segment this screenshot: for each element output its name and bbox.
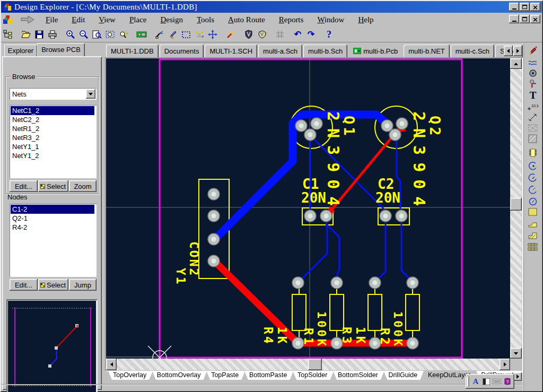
layer-tab[interactable]: TopSolder <box>293 371 334 380</box>
layer-tab[interactable]: BottomOverlay <box>152 371 207 380</box>
menu-edit[interactable]: Edit <box>65 14 92 26</box>
component-comment-r1[interactable]: 100K <box>316 311 327 348</box>
arc-by-edge-icon[interactable] <box>527 161 539 172</box>
browse-mode-dropdown[interactable]: Nets <box>10 88 97 100</box>
zoom-window-icon[interactable] <box>90 28 103 41</box>
traces-top[interactable] <box>214 125 414 343</box>
place-pad-icon[interactable] <box>527 79 539 89</box>
component-designator-r1[interactable]: R1 <box>302 328 314 347</box>
place-rectangle-icon[interactable] <box>527 207 539 217</box>
minimize-button[interactable] <box>509 3 519 11</box>
browse-component-icon[interactable] <box>135 28 148 41</box>
wizard-icon[interactable] <box>224 28 237 41</box>
traces-bottom[interactable] <box>298 135 413 283</box>
panel-toggle-icon[interactable] <box>481 376 492 387</box>
list-item-net[interactable]: NetR1_2 <box>11 124 97 133</box>
pad-array-icon[interactable] <box>527 242 539 252</box>
node-select-button[interactable]: Select <box>38 279 68 291</box>
text-a-icon[interactable]: A <box>470 376 481 387</box>
mdi-minimize-button[interactable] <box>509 15 519 23</box>
node-list[interactable]: C1-2 Q2-1 R4-2 <box>10 204 97 277</box>
list-item-net[interactable]: NetC2_2 <box>11 115 97 124</box>
save-icon[interactable] <box>32 28 46 41</box>
help-icon[interactable]: ? <box>322 28 336 41</box>
component-designator-r2[interactable]: R2 <box>379 328 391 347</box>
menu-view[interactable]: View <box>92 14 122 26</box>
place-string-icon[interactable]: T <box>527 90 539 101</box>
shield-front-icon[interactable] <box>242 28 255 41</box>
scroll-up-button[interactable] <box>510 58 522 69</box>
list-item-net[interactable]: NetY1_2 <box>11 151 97 160</box>
component-comment-c1[interactable]: 20N <box>301 191 326 205</box>
menu-reports[interactable]: Reports <box>272 14 311 26</box>
doc-tab-scroll-left[interactable] <box>504 46 513 56</box>
close-button[interactable]: × <box>530 3 540 11</box>
undo-icon[interactable]: ↶ <box>291 28 304 41</box>
component-comment-q1[interactable]: 2N3904 <box>325 111 341 213</box>
menu-tools[interactable]: Tools <box>190 14 221 26</box>
doc-tab-active[interactable]: multi-b.Pcb <box>348 45 402 57</box>
menu-window[interactable]: Window <box>310 14 351 26</box>
tab-browse-pcb[interactable]: Browse PCB <box>37 43 85 56</box>
restore-button[interactable] <box>520 3 530 11</box>
pcb-canvas[interactable]: 2N3904 Q1 2N3904 Q2 C1 20N C2 20N Y1 CON… <box>106 58 510 359</box>
scroll-down-button[interactable] <box>510 348 522 359</box>
doc-tab[interactable]: MULTI-1.DDB <box>106 45 159 57</box>
layer-tab-scroll-right[interactable] <box>514 372 522 381</box>
layer-tab[interactable]: BottomPaste <box>244 371 294 380</box>
doc-tab[interactable]: multi-b.Sch <box>303 45 347 57</box>
doc-tab[interactable]: multi-c.Sch <box>451 45 494 57</box>
print-icon[interactable] <box>46 28 59 41</box>
keyboard-icon[interactable] <box>492 376 502 387</box>
vertical-scroll-thumb[interactable] <box>510 198 522 211</box>
pads[interactable] <box>208 118 418 349</box>
list-item-node[interactable]: Q2-1 <box>11 214 97 223</box>
mdi-restore-button[interactable] <box>520 15 530 23</box>
place-fill-icon[interactable] <box>527 134 539 144</box>
component-designator-c2[interactable]: C2 <box>378 177 394 191</box>
wiring-tool-icon[interactable] <box>153 28 166 41</box>
zoom-point-icon[interactable] <box>117 28 130 41</box>
floating-toolbar[interactable]: A ? <box>466 374 514 389</box>
board-preview[interactable] <box>6 299 98 392</box>
net-edit-button[interactable]: Edit... <box>10 180 38 192</box>
place-track-icon[interactable] <box>527 46 539 56</box>
move-selection-icon[interactable] <box>192 28 206 41</box>
node-edit-button[interactable]: Edit... <box>10 279 38 291</box>
trace-bottom-thick[interactable] <box>214 115 389 240</box>
polygon-pour-icon[interactable] <box>527 230 539 241</box>
layer-tab[interactable]: DrillGuide <box>383 371 424 380</box>
component-comment-y1[interactable]: CON2 <box>188 241 200 277</box>
open-document-icon[interactable] <box>19 28 32 41</box>
mdi-close-button[interactable]: × <box>530 15 540 23</box>
place-room-icon[interactable] <box>527 123 539 134</box>
place-component-icon[interactable] <box>527 147 539 158</box>
menu-help[interactable]: Help <box>351 14 380 26</box>
net-zoom-button[interactable]: Zoom <box>69 180 97 192</box>
layer-tab[interactable]: TopPaste <box>206 371 245 380</box>
document-arrow-icon[interactable] <box>21 16 34 23</box>
component-designator-c1[interactable]: C1 <box>302 177 319 191</box>
place-dimension-icon[interactable] <box>527 112 539 123</box>
place-keepout-icon[interactable] <box>527 57 539 68</box>
place-coordinate-icon[interactable]: 10,10 <box>527 102 539 112</box>
full-circle-icon[interactable] <box>527 196 539 207</box>
select-area-icon[interactable] <box>179 28 192 41</box>
layer-tab[interactable]: TopOverlay <box>108 371 153 380</box>
node-jump-button[interactable]: Jump <box>69 279 97 291</box>
doc-tab-scroll-right[interactable] <box>513 46 522 56</box>
doc-tab[interactable]: MULTI-1.SCH <box>205 45 257 57</box>
arc-by-center-icon[interactable] <box>527 173 539 184</box>
toolbar-grip[interactable] <box>467 377 469 386</box>
menu-place[interactable]: Place <box>122 14 153 26</box>
list-item-node[interactable]: R4-2 <box>11 223 97 232</box>
net-select-button[interactable]: Select <box>38 180 68 192</box>
explorer-toggle-icon[interactable] <box>1 28 14 41</box>
shield-back-icon[interactable] <box>255 28 268 41</box>
arc-45-icon[interactable] <box>527 185 539 195</box>
list-item-net[interactable]: NetR3_2 <box>11 133 97 142</box>
menu-auto-route[interactable]: Auto Route <box>221 14 272 26</box>
component-comment-r4[interactable]: 1K <box>276 327 288 346</box>
zoom-in-icon[interactable] <box>64 28 77 41</box>
move-object-icon[interactable] <box>206 28 219 41</box>
